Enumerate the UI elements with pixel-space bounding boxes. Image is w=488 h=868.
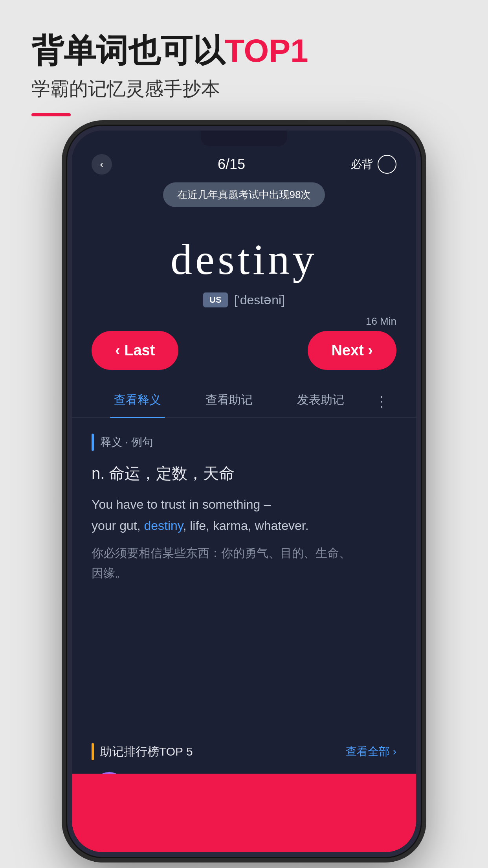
last-label: ‹ Last [115, 342, 155, 359]
headline-area: 背单词也可以TOP1 学霸的记忆灵感手抄本 [31, 31, 308, 116]
tab-bar: 查看释义 查看助记 发表助记 ⋮ [72, 378, 416, 418]
mnemonic-header-left: 助记排行榜TOP 5 [92, 743, 193, 760]
back-button[interactable]: ‹ [92, 154, 112, 175]
yellow-indicator-bar [92, 743, 94, 760]
tab-more-button[interactable]: ⋮ [367, 387, 396, 416]
phonetic-text: ['destəni] [234, 292, 285, 307]
headline-subtitle: 学霸的记忆灵感手抄本 [31, 76, 308, 101]
next-button[interactable]: Next › [308, 331, 396, 370]
phone-shell: ‹ 6/15 必背 在近几年真题考试中出现98次 destiny [67, 126, 421, 857]
headline-part1: 背单词也可以 [31, 33, 225, 68]
example-english: You have to trust in something –your gut… [92, 494, 396, 537]
tab-mnemonic-post[interactable]: 发表助记 [275, 386, 367, 417]
definition-section-title: 释义 · 例句 [100, 435, 153, 450]
phone-screen: ‹ 6/15 必背 在近几年真题考试中出现98次 destiny [72, 131, 416, 852]
headline-highlight: TOP1 [225, 33, 308, 68]
must-memorize-control[interactable]: 必背 [351, 155, 396, 174]
example-chinese: 你必须要相信某些东西：你的勇气、目的、生命、因缘。 [92, 543, 396, 583]
highlighted-word: destiny [144, 519, 183, 533]
phone-device: ‹ 6/15 必背 在近几年真题考试中出现98次 destiny [67, 126, 421, 857]
mnemonic-title: 助记排行榜TOP 5 [100, 744, 193, 760]
next-label: Next › [331, 342, 373, 359]
tab-definition[interactable]: 查看释义 [92, 386, 183, 417]
navigation-buttons: 16 Min ‹ Last Next › [72, 315, 416, 378]
red-decoration-bar [31, 113, 71, 116]
phonetic-area: US ['destəni] [203, 292, 285, 307]
view-all-label: 查看全部 [346, 744, 390, 759]
view-all-button[interactable]: 查看全部 › [346, 744, 396, 759]
last-button[interactable]: ‹ Last [92, 331, 178, 370]
definition-section: 释义 · 例句 n. 命运，定数，天命 You have to trust in… [72, 418, 416, 743]
definition-header: 释义 · 例句 [92, 434, 396, 451]
phone-notch [201, 131, 287, 146]
headline-title: 背单词也可以TOP1 [31, 31, 308, 70]
back-icon: ‹ [100, 158, 103, 171]
blue-indicator-bar [92, 434, 94, 451]
phone-content: ‹ 6/15 必背 在近几年真题考试中出现98次 destiny [72, 131, 416, 852]
memorize-toggle[interactable] [378, 155, 396, 174]
time-label: 16 Min [366, 315, 396, 327]
word-display: destiny US ['destəni] [72, 211, 416, 315]
chevron-right-icon: › [393, 745, 396, 758]
tooltip-area: 在近几年真题考试中出现98次 [72, 182, 416, 211]
word-text: destiny [171, 235, 317, 285]
tab-mnemonic-view[interactable]: 查看助记 [183, 386, 275, 417]
region-badge: US [203, 292, 228, 307]
bottom-pink-area [72, 774, 416, 852]
progress-indicator: 6/15 [218, 156, 245, 173]
exam-tooltip: 在近几年真题考试中出现98次 [163, 182, 325, 207]
must-memorize-label: 必背 [351, 157, 373, 172]
definition-pos-meaning: n. 命运，定数，天命 [92, 463, 396, 484]
mnemonic-header: 助记排行榜TOP 5 查看全部 › [92, 743, 396, 760]
